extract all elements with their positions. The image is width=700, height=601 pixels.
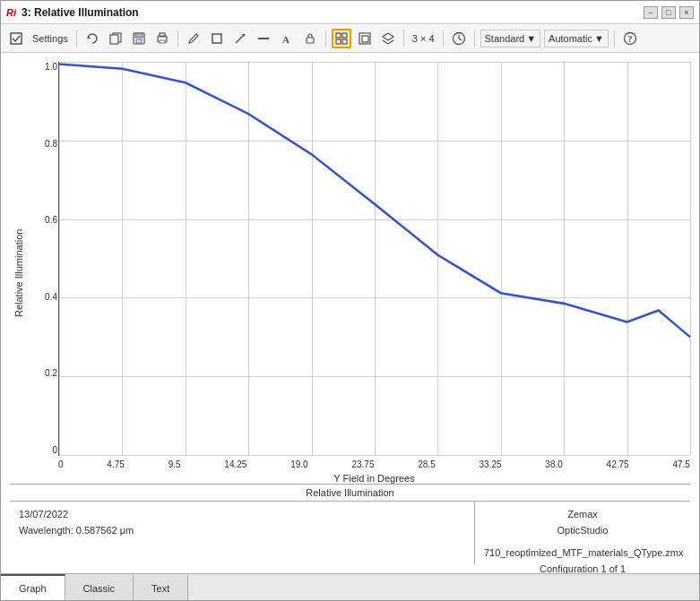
tab-graph-label: Graph bbox=[19, 583, 47, 594]
y-axis-label: Relative Illumination bbox=[10, 62, 24, 484]
refresh-button[interactable] bbox=[82, 29, 102, 48]
svg-rect-17 bbox=[342, 33, 347, 38]
info-section: Relative Illumination 13/07/2022 Wavelen… bbox=[10, 484, 690, 564]
grid-size-label[interactable]: 3 × 4 bbox=[410, 33, 437, 44]
title-bar-controls: − □ × bbox=[644, 6, 694, 19]
chart-area: 1.0 0.8 0.6 0.4 0.2 0 bbox=[24, 62, 690, 484]
window-button[interactable] bbox=[355, 29, 375, 48]
info-wavelength: Wavelength: 0.587562 μm bbox=[19, 523, 465, 539]
svg-line-27 bbox=[459, 39, 462, 40]
y-tick-0.4: 0.4 bbox=[32, 292, 57, 302]
separator-1 bbox=[76, 30, 77, 47]
y-tick-0.8: 0.8 bbox=[32, 139, 57, 149]
standard-arrow: ▼ bbox=[526, 33, 536, 44]
standard-dropdown[interactable]: Standard ▼ bbox=[480, 30, 541, 47]
svg-line-24 bbox=[388, 40, 393, 44]
x-label-9.5: 9.5 bbox=[169, 459, 181, 469]
x-axis-labels: 0 4.75 9.5 14.25 19.0 23.75 28.5 33.25 3… bbox=[58, 456, 690, 469]
info-right: Zemax OpticStudio 710_reoptimized_MTF_ma… bbox=[475, 502, 690, 564]
print-button[interactable] bbox=[152, 29, 172, 48]
svg-rect-6 bbox=[136, 39, 142, 43]
svg-rect-0 bbox=[11, 33, 22, 44]
title-bar-left: Ri 3: Relative Illumination bbox=[6, 6, 139, 19]
x-label-33.25: 33.25 bbox=[480, 459, 502, 469]
settings-label[interactable]: Settings bbox=[30, 33, 71, 44]
y-tick-1.0: 1.0 bbox=[32, 62, 57, 72]
pencil-button[interactable] bbox=[184, 29, 203, 48]
svg-rect-19 bbox=[342, 39, 347, 44]
tab-classic-label: Classic bbox=[83, 583, 115, 594]
separator-3 bbox=[325, 30, 326, 47]
tab-graph[interactable]: Graph bbox=[1, 574, 65, 600]
info-product: OpticStudio bbox=[484, 523, 681, 539]
svg-rect-15 bbox=[307, 38, 314, 43]
info-config: Configuration 1 of 1 bbox=[484, 562, 681, 573]
y-tick-0: 0 bbox=[32, 445, 57, 455]
text-button[interactable]: A bbox=[277, 29, 297, 48]
svg-marker-22 bbox=[383, 33, 393, 40]
x-label-19: 19.0 bbox=[290, 459, 307, 469]
info-body: 13/07/2022 Wavelength: 0.587562 μm Zemax… bbox=[10, 502, 690, 564]
separator-5 bbox=[443, 30, 444, 47]
main-window: Ri 3: Relative Illumination − □ × Settin… bbox=[0, 0, 700, 601]
x-label-4.75: 4.75 bbox=[107, 459, 124, 469]
y-tick-0.2: 0.2 bbox=[32, 368, 57, 378]
info-title: Relative Illumination bbox=[10, 485, 690, 502]
maximize-button[interactable]: □ bbox=[661, 6, 676, 19]
chart-container: Relative Illumination 1.0 0.8 0.6 0.4 0.… bbox=[10, 62, 690, 484]
chart-plot: 1.0 0.8 0.6 0.4 0.2 0 bbox=[58, 62, 690, 456]
x-label-38: 38.0 bbox=[545, 459, 562, 469]
svg-rect-9 bbox=[160, 40, 165, 43]
lock-button[interactable] bbox=[300, 29, 320, 48]
svg-rect-21 bbox=[362, 36, 368, 42]
svg-text:?: ? bbox=[627, 34, 632, 44]
svg-text:A: A bbox=[282, 34, 290, 45]
help-button[interactable]: ? bbox=[620, 29, 640, 48]
svg-rect-16 bbox=[336, 33, 341, 38]
save-button[interactable] bbox=[129, 29, 149, 48]
chart-curve bbox=[59, 62, 690, 455]
main-content: Relative Illumination 1.0 0.8 0.6 0.4 0.… bbox=[1, 53, 699, 573]
grid-h-6 bbox=[59, 455, 690, 456]
tab-text-label: Text bbox=[151, 583, 169, 594]
svg-rect-10 bbox=[212, 34, 221, 43]
tabs-bar: Graph Classic Text bbox=[1, 573, 699, 600]
automatic-label: Automatic bbox=[549, 33, 592, 44]
close-button[interactable]: × bbox=[679, 6, 694, 19]
title-bar: Ri 3: Relative Illumination − □ × bbox=[1, 1, 699, 24]
copy-button[interactable] bbox=[106, 29, 125, 48]
tab-classic[interactable]: Classic bbox=[65, 574, 134, 600]
svg-line-23 bbox=[383, 40, 388, 44]
hline-button[interactable] bbox=[254, 29, 273, 48]
wavelength-label: Wavelength: bbox=[19, 525, 73, 536]
x-label-14.25: 14.25 bbox=[224, 459, 246, 469]
clock-button[interactable] bbox=[449, 29, 469, 48]
layers-button[interactable] bbox=[378, 29, 398, 48]
x-label-0: 0 bbox=[58, 459, 64, 469]
y-tick-0.6: 0.6 bbox=[32, 215, 57, 225]
x-label-28.5: 28.5 bbox=[418, 459, 435, 469]
minimize-button[interactable]: − bbox=[644, 6, 658, 19]
x-label-23.75: 23.75 bbox=[351, 459, 374, 469]
app-icon: Ri bbox=[6, 7, 16, 18]
line-button[interactable] bbox=[230, 29, 250, 48]
standard-label: Standard bbox=[485, 33, 525, 44]
rect-button[interactable] bbox=[207, 29, 227, 48]
separator-6 bbox=[474, 30, 475, 47]
separator-4 bbox=[403, 30, 404, 47]
settings-checkbox[interactable] bbox=[6, 29, 26, 48]
separator-7 bbox=[614, 30, 615, 47]
x-axis-title: Y Field in Degrees bbox=[58, 473, 690, 484]
automatic-arrow: ▼ bbox=[594, 33, 604, 44]
y-axis-ticks: 1.0 0.8 0.6 0.4 0.2 0 bbox=[32, 62, 57, 455]
wavelength-value: 0.587562 μm bbox=[76, 525, 134, 536]
x-label-47.5: 47.5 bbox=[672, 459, 689, 469]
info-vendor: Zemax bbox=[484, 507, 681, 523]
automatic-dropdown[interactable]: Automatic ▼ bbox=[544, 30, 609, 47]
svg-rect-8 bbox=[160, 33, 165, 37]
x-label-42.75: 42.75 bbox=[607, 459, 629, 469]
toolbar: Settings A bbox=[1, 24, 699, 53]
grid-layout-button[interactable] bbox=[332, 29, 351, 48]
tab-text[interactable]: Text bbox=[134, 574, 188, 600]
svg-rect-5 bbox=[135, 33, 143, 38]
